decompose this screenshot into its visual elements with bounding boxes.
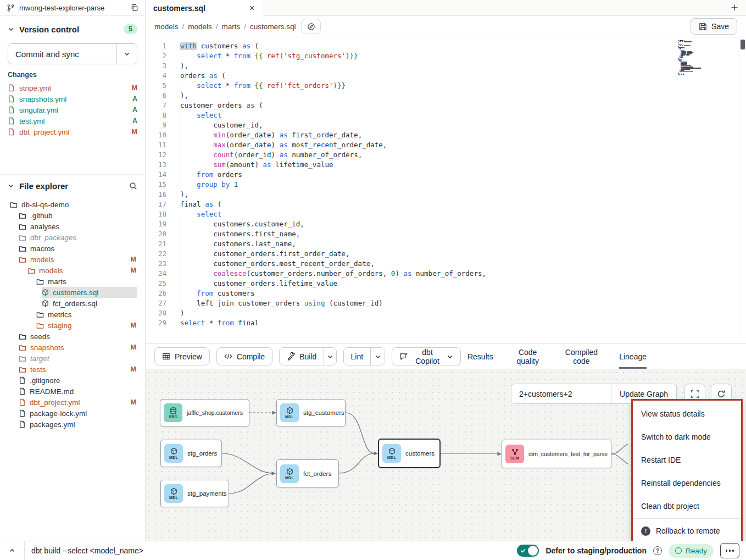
build-options-dropdown[interactable] — [324, 348, 336, 365]
search-icon[interactable] — [129, 182, 137, 190]
file-tree-item-readme-md[interactable]: README.md — [19, 386, 137, 397]
commit-and-sync-button[interactable]: Commit and sync — [8, 44, 116, 64]
code-line[interactable]: 16), — [146, 190, 746, 199]
lint-options-dropdown[interactable] — [370, 348, 385, 365]
new-tab-plus-icon[interactable] — [730, 3, 739, 12]
code-line[interactable]: 13 sum(amount) as lifetime_value — [146, 160, 746, 170]
file-tree-item-metrics[interactable]: metrics — [36, 309, 137, 320]
menu-item-view-status-details[interactable]: View status details — [633, 402, 741, 425]
code-line[interactable]: 4orders as ( — [146, 71, 746, 81]
file-tree-item-models[interactable]: modelsM — [27, 265, 137, 276]
defer-toggle[interactable] — [517, 545, 539, 557]
code-line[interactable]: 3), — [146, 61, 746, 71]
dbt-copilot-button[interactable]: dbt Copilot — [392, 347, 461, 365]
version-control-header[interactable]: Version control 5 — [8, 20, 137, 38]
code-line[interactable]: 27 left join customer_orders using (cust… — [146, 298, 746, 308]
menu-item-switch-to-dark-mode[interactable]: Switch to dark mode — [633, 425, 741, 448]
file-tree-item-packages-yml[interactable]: packages.yml — [19, 419, 137, 430]
lineage-node-stg_orders[interactable]: MDLstg_orders — [160, 440, 222, 467]
code-line[interactable]: 25 customer_orders.lifetime_value — [146, 279, 746, 289]
file-tree-item-macros[interactable]: macros — [19, 243, 137, 254]
breadcrumb-item[interactable]: customers.sql — [250, 23, 296, 31]
lineage-panel[interactable]: SRCjaffle_shop.customersMDLstg_customers… — [146, 369, 746, 541]
editor-scrollbar[interactable] — [739, 37, 746, 343]
file-tree-item-db-sl-qs-demo[interactable]: db-sl-qs-demo — [10, 199, 137, 210]
code-line[interactable]: 28) — [146, 308, 746, 318]
lineage-node-stg_payments[interactable]: MDLstg_payments — [160, 480, 229, 507]
code-line[interactable]: 26 from customers — [146, 289, 746, 298]
lineage-node-dim_customers_test_for_parse[interactable]: SEMdim_customers_test_for_parse — [502, 440, 611, 468]
changed-file-row[interactable]: snapshots.ymlA — [8, 93, 137, 104]
code-line[interactable]: 29select * from final — [146, 318, 746, 328]
code-line[interactable]: 11 max(order_date) as most_recent_order_… — [146, 140, 746, 150]
file-tree-item-customers-sql[interactable]: customers.sql — [42, 287, 137, 298]
copy-branch-icon[interactable] — [131, 4, 138, 12]
file-tree-item-fct-orders-sql[interactable]: fct_orders.sql — [42, 298, 137, 309]
build-button[interactable]: Build — [280, 348, 324, 365]
breadcrumb-item[interactable]: marts — [222, 23, 241, 31]
compile-button[interactable]: Compile — [216, 347, 272, 365]
file-tree-item-target[interactable]: target — [19, 353, 137, 364]
menu-item-restart-ide[interactable]: Restart IDE — [633, 448, 741, 472]
panel-tab-compiled-code[interactable]: Compiled code — [563, 344, 601, 369]
file-tree-item-dbt-project-yml[interactable]: dbt_project.ymlM — [19, 397, 137, 408]
code-line[interactable]: 21 customers.last_name, — [146, 239, 746, 249]
panel-tab-lineage[interactable]: Lineage — [619, 344, 647, 369]
lineage-node-jaffle_shop_customers[interactable]: SRCjaffle_shop.customers — [160, 399, 249, 426]
breadcrumb-item[interactable]: models — [154, 23, 179, 31]
menu-item-clean-dbt-project[interactable]: Clean dbt project — [633, 495, 741, 518]
file-tree-item-models[interactable]: modelsM — [19, 254, 137, 265]
changed-file-row[interactable]: singular.ymlA — [8, 104, 137, 115]
file-tree-item--gitignore[interactable]: .gitignore — [19, 375, 137, 386]
code-line[interactable]: 5 select * from {{ ref('fct_orders')}} — [146, 81, 746, 91]
file-tree-item-package-lock-yml[interactable]: package-lock.yml — [19, 408, 137, 419]
tab-customers-sql[interactable]: customers.sql — [146, 0, 263, 16]
code-line[interactable]: 14 from orders — [146, 170, 746, 180]
open-in-explorer-compass-icon[interactable] — [301, 19, 321, 34]
code-line[interactable]: 9 customer_id, — [146, 120, 746, 130]
code-editor[interactable]: 1with customers as (2 select * from {{ r… — [146, 37, 746, 343]
changed-file-row[interactable]: stripe.ymlM — [8, 82, 137, 93]
code-line[interactable]: 20 customers.first_name, — [146, 229, 746, 239]
status-badge[interactable]: Ready — [669, 544, 714, 558]
code-line[interactable]: 12 count(order_id) as number_of_orders, — [146, 150, 746, 160]
changed-file-row[interactable]: dbt_project.ymlM — [8, 126, 137, 137]
breadcrumb-item[interactable]: models — [188, 23, 212, 31]
menu-item-rollback-to-remote[interactable]: !Rollback to remote — [633, 519, 741, 541]
chevron-up-icon[interactable] — [0, 547, 24, 554]
save-button[interactable]: Save — [691, 18, 737, 35]
code-line[interactable]: 10 min(order_date) as first_order_date, — [146, 130, 746, 140]
code-line[interactable]: 8 select — [146, 110, 746, 120]
lineage-node-customers[interactable]: MDLcustomers — [378, 439, 441, 468]
file-tree-item-staging[interactable]: stagingM — [36, 320, 137, 331]
code-line[interactable]: 24 coalesce(customer_orders.number_of_or… — [146, 269, 746, 279]
panel-tab-code-quality[interactable]: Code quality — [512, 344, 544, 369]
lineage-node-fct_orders[interactable]: MDLfct_orders — [276, 459, 339, 487]
more-options-ellipsis-icon[interactable] — [720, 543, 739, 558]
editor-minimap[interactable] — [678, 40, 710, 75]
file-tree-item-seeds[interactable]: seeds — [19, 331, 137, 342]
menu-item-reinstall-dependencies[interactable]: Reinstall dependencies — [633, 472, 741, 495]
close-icon[interactable] — [249, 5, 255, 11]
code-line[interactable]: 19 customers.customer_id, — [146, 219, 746, 229]
lineage-node-stg_customers[interactable]: MDLstg_customers — [276, 399, 346, 426]
file-tree-item-tests[interactable]: testsM — [19, 364, 137, 375]
file-tree-item-snapshots[interactable]: snapshotsM — [19, 342, 137, 353]
file-tree-item-dbt-packages[interactable]: dbt_packages — [19, 232, 137, 243]
help-question-icon[interactable]: ? — [653, 546, 662, 555]
code-line[interactable]: 23 customer_orders.most_recent_order_dat… — [146, 259, 746, 269]
preview-button[interactable]: Preview — [154, 347, 210, 365]
panel-tab-results[interactable]: Results — [467, 344, 493, 369]
file-tree-item-analyses[interactable]: analyses — [19, 221, 137, 232]
file-tree-item-marts[interactable]: marts — [36, 276, 137, 287]
lint-button[interactable]: Lint — [344, 348, 371, 365]
code-line[interactable]: 18 select — [146, 209, 746, 219]
command-hint[interactable]: dbt build --select <model_name> — [25, 546, 143, 555]
code-line[interactable]: 2 select * from {{ ref('stg_customers')}… — [146, 51, 746, 61]
code-line[interactable]: 22 customer_orders.first_order_date, — [146, 249, 746, 259]
commit-options-dropdown[interactable] — [116, 44, 137, 64]
file-tree-item--github[interactable]: .github — [19, 210, 137, 221]
code-line[interactable]: 7customer_orders as ( — [146, 101, 746, 110]
code-line[interactable]: 1with customers as ( — [146, 41, 746, 51]
code-line[interactable]: 15 group by 1 — [146, 180, 746, 190]
